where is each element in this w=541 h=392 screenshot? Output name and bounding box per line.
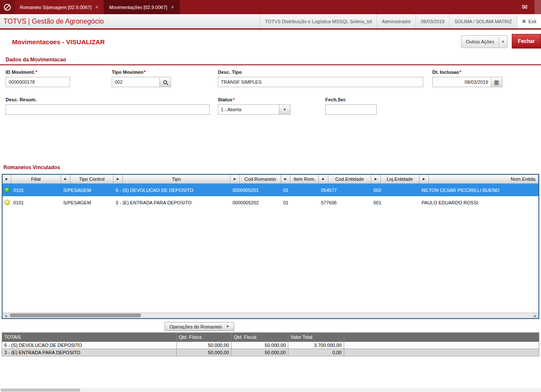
status-dropdown-button[interactable]: ▼ [279, 104, 290, 115]
chevron-down-icon[interactable]: ▼ [498, 36, 507, 48]
page-horizontal-scrollbar[interactable] [0, 388, 541, 392]
tab-close-icon[interactable]: × [171, 4, 174, 10]
totals-header-filler [344, 333, 539, 342]
totals-qtd-fisica: 50.000,00 [177, 342, 232, 349]
scrollbar-thumb[interactable] [1, 389, 80, 392]
totals-header-row: TOTAIS Qtd. Física Qtd. Fiscal Valor Tot… [2, 333, 539, 342]
tab-romaneio-s-pesagem[interactable]: Romaneio S/pesagem [02.9.0067] × [15, 0, 104, 14]
tipo-movimen-input[interactable] [112, 77, 160, 87]
cell-loj-entidade: 001 [371, 200, 419, 205]
totals-header-totais: TOTAIS [2, 333, 177, 342]
app-header: TOTVS | Gestão de Agronegócio TOTVS Dist… [0, 14, 541, 30]
exit-button[interactable]: ✕ Exit [517, 14, 541, 28]
column-sort-arrow-icon: ▶ [61, 175, 70, 183]
search-icon [163, 80, 167, 84]
environment-label: TOTVS Distribuição e Logística MSSQL Sol… [260, 14, 377, 28]
user-label: Administrador [376, 14, 416, 28]
other-actions-button[interactable]: Outras Ações ▼ [461, 35, 507, 48]
tab-close-icon[interactable]: × [95, 4, 98, 10]
grid-empty-area [3, 209, 538, 313]
desc-tipo-input[interactable] [218, 77, 423, 87]
other-actions-label: Outras Ações [462, 39, 498, 44]
close-button[interactable]: Fechar [512, 34, 541, 49]
chevron-down-icon: ▼ [283, 108, 287, 112]
column-header-cod-entidade[interactable]: Cod.Entidade [328, 175, 371, 183]
required-mark: * [233, 97, 235, 102]
page-title-row: Movimentacoes - VISUALIZAR Outras Ações … [0, 30, 541, 54]
exit-icon: ✕ [522, 18, 526, 24]
section-title-romaneios: Romaneios Vinculados [3, 164, 541, 170]
totvs-logo-icon [4, 4, 11, 11]
column-sort-arrow-icon: ▶ [319, 175, 328, 183]
totals-valor-total: 0,00 [288, 349, 344, 356]
cell-cod-romaneio: 0000005202 [230, 200, 281, 205]
app-menu-button[interactable] [0, 0, 15, 14]
field-desc-resum: Desc. Resum. [6, 97, 210, 115]
column-header-tipo-control[interactable]: Tipo Control [70, 175, 113, 183]
column-header-tipo[interactable]: Tipo [123, 175, 230, 183]
chevron-down-icon: ▼ [226, 325, 229, 328]
field-status: Status* ▼ [218, 97, 290, 115]
required-mark: * [144, 70, 146, 75]
id-moviment-label: ID Moviment.* [6, 70, 70, 75]
column-header-filial[interactable]: Filial [11, 175, 61, 183]
tab-movimentacoes[interactable]: Movimentações [02.9.0067] × [104, 0, 180, 14]
tab-label: Movimentações [02.9.0067] [109, 5, 167, 10]
row-status-cell [3, 187, 11, 193]
fech-ser-input[interactable] [325, 104, 377, 115]
cell-cod-entidade: 577606 [319, 200, 371, 205]
date-label: 08/03/2019 [416, 14, 449, 28]
fech-ser-label: Fech.Ser. [325, 97, 377, 102]
column-sort-arrow-icon: ▶ [3, 175, 11, 183]
totals-header-valor-total: Valor Total [288, 333, 344, 342]
totals-header-qtd-fisica: Qtd. Física [177, 333, 232, 342]
cell-tipo: 6 - (S) DEVOLUCAO DE DEPOSITO [113, 188, 230, 193]
desc-resum-label: Desc. Resum. [6, 97, 210, 102]
scrollbar-thumb[interactable] [10, 313, 141, 317]
totals-label: 3 - (E) ENTRADA PARA DEPOSITO [2, 349, 177, 356]
date-picker-button[interactable]: ▦ [491, 77, 502, 87]
desc-resum-input[interactable] [6, 104, 210, 115]
totals-row: 3 - (E) ENTRADA PARA DEPOSITO 50.000,00 … [2, 349, 539, 356]
scroll-right-icon[interactable]: ▶ [532, 313, 538, 318]
cell-filial: 0101 [11, 200, 61, 205]
column-header-loj-entidade[interactable]: Loj.Entidade [381, 175, 419, 183]
cell-nom-entidade: PAULO EDUARDO ROSSI [419, 200, 538, 205]
table-row[interactable]: 0101 S/PESAGEM 6 - (S) DEVOLUCAO DE DEPO… [3, 184, 538, 196]
scrollbar-track[interactable] [9, 313, 532, 318]
column-sort-arrow-icon: ▶ [230, 175, 240, 183]
grid-horizontal-scrollbar: ◀ ▶ [3, 313, 538, 318]
cell-filial: 0101 [11, 188, 61, 193]
movement-form: ID Moviment.* Tipo Movimen* Desc. Tipo D… [0, 65, 541, 123]
totals-qtd-fiscal: 50.000,00 [232, 342, 288, 349]
totals-label: 6 - (S) DEVOLUCAO DE DEPOSITO [2, 342, 177, 349]
tipo-movimen-lookup-button[interactable] [160, 77, 171, 87]
grid-header-row: ▶ Filial ▶ Tipo Control ▶ Tipo ▶ Cod.Rom… [3, 175, 538, 184]
company-label: SOLIMA / SOLIMA MATRIZ [449, 14, 517, 28]
column-header-nom-entidade[interactable]: Nom.Entida [429, 175, 538, 183]
calendar-icon: ▦ [494, 79, 499, 85]
totals-qtd-fisica: 50.000,00 [177, 349, 232, 356]
field-tipo-movimen: Tipo Movimen* [112, 70, 171, 87]
cell-cod-entidade: 054577 [319, 188, 371, 193]
totals-header-qtd-fiscal: Qtd. Fiscal [232, 333, 288, 342]
cell-tipo-control: S/PESAGEM [61, 188, 113, 193]
window-tab-bar: Romaneio S/pesagem [02.9.0067] × Movimen… [0, 0, 541, 14]
tab-label: Romaneio S/pesagem [02.9.0067] [20, 5, 92, 10]
totals-filler [344, 349, 539, 356]
topbar-edge [535, 0, 541, 14]
column-header-item-rom[interactable]: Item Rom. [290, 175, 319, 183]
mail-icon[interactable]: ✉ [522, 3, 528, 11]
status-select[interactable] [218, 104, 279, 115]
table-row[interactable]: 0101 S/PESAGEM 3 - (E) ENTRADA PARA DEPO… [3, 196, 538, 209]
tipo-movimen-label: Tipo Movimen* [112, 70, 171, 75]
scroll-left-icon[interactable]: ◀ [3, 313, 9, 318]
id-moviment-input[interactable] [6, 77, 70, 87]
required-mark: * [459, 70, 461, 75]
romaneio-operations-button[interactable]: Operações do Romaneio ▼ [165, 322, 234, 331]
cell-item-rom: 01 [281, 200, 319, 205]
field-fech-ser: Fech.Ser. [325, 97, 377, 115]
column-header-cod-romaneio[interactable]: Cod.Romaneio [240, 175, 281, 183]
cell-item-rom: 01 [281, 188, 319, 193]
dt-inclusao-label: Dt. Inclusao* [432, 70, 502, 75]
